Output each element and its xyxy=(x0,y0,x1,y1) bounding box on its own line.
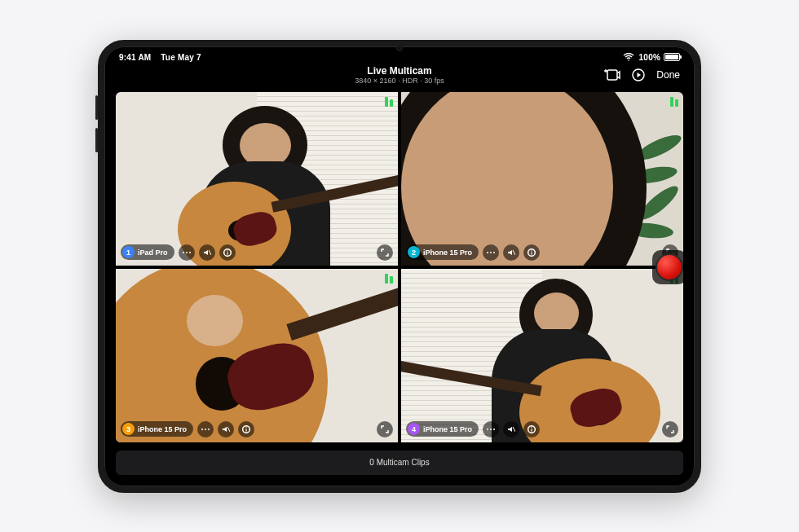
status-right: 100% xyxy=(623,53,680,62)
header-center: Live Multicam 3840 × 2160 · HDR · 30 fps xyxy=(209,65,590,86)
add-camera-button[interactable] xyxy=(604,68,620,81)
status-time: 9:41 AM xyxy=(119,53,151,62)
info-button[interactable] xyxy=(238,421,254,437)
svg-point-5 xyxy=(189,252,191,253)
camera-label-pill[interactable]: 3 iPhone 15 Pro xyxy=(121,421,193,437)
svg-point-18 xyxy=(487,429,488,430)
video-preview xyxy=(401,92,683,266)
mute-button[interactable] xyxy=(218,421,234,437)
video-preview xyxy=(116,92,398,266)
camera-feed-1[interactable]: 1 iPad Pro xyxy=(116,92,398,266)
more-options-button[interactable] xyxy=(483,421,499,437)
camera-label-pill[interactable]: 2 iPhone 15 Pro xyxy=(406,244,479,260)
camera-device-label: iPad Pro xyxy=(138,248,168,257)
svg-point-4 xyxy=(186,252,188,253)
ipad-frame: 9:41 AM Tue May 7 100% Live Multicam 384… xyxy=(98,40,701,493)
battery-percent: 100% xyxy=(639,53,660,62)
audio-level-icon xyxy=(670,97,678,107)
clip-count-label: 0 Multicam Clips xyxy=(369,458,429,467)
camera-feed-3[interactable]: 3 iPhone 15 Pro xyxy=(116,269,398,442)
svg-point-0 xyxy=(628,59,629,61)
svg-point-17 xyxy=(245,427,246,428)
clip-tray[interactable]: 0 Multicam Clips xyxy=(116,451,683,475)
camera-label-pill[interactable]: 1 iPad Pro xyxy=(121,244,174,260)
svg-point-3 xyxy=(183,252,184,253)
camera-number-badge: 4 xyxy=(408,423,420,435)
svg-point-22 xyxy=(531,427,532,428)
camera-device-label: iPhone 15 Pro xyxy=(423,425,472,433)
audio-level-icon xyxy=(385,274,393,284)
record-icon xyxy=(657,255,682,279)
camera-label-pill[interactable]: 4 iPhone 15 Pro xyxy=(406,421,479,437)
camera-feed-4[interactable]: 4 iPhone 15 Pro xyxy=(401,269,683,442)
info-button[interactable] xyxy=(523,244,540,261)
video-preview xyxy=(116,269,398,442)
record-button[interactable] xyxy=(652,250,686,284)
page-subtitle: 3840 × 2160 · HDR · 30 fps xyxy=(209,77,590,86)
play-button[interactable] xyxy=(632,68,645,81)
camera-controls-row: 2 iPhone 15 Pro xyxy=(406,244,540,261)
page-title: Live Multicam xyxy=(209,65,590,77)
done-button[interactable]: Done xyxy=(656,69,680,81)
svg-point-20 xyxy=(493,429,495,430)
svg-point-10 xyxy=(493,252,495,253)
header-right-controls: Done xyxy=(590,68,680,81)
mute-button[interactable] xyxy=(503,421,519,437)
camera-feed-2[interactable]: 2 iPhone 15 Pro xyxy=(401,92,683,266)
info-button[interactable] xyxy=(523,421,540,437)
battery-icon xyxy=(664,53,680,61)
svg-point-9 xyxy=(490,252,492,253)
status-left: 9:41 AM Tue May 7 xyxy=(119,53,201,62)
svg-point-12 xyxy=(531,250,532,251)
svg-point-19 xyxy=(490,429,492,430)
battery-indicator: 100% xyxy=(639,53,680,62)
camera-device-label: iPhone 15 Pro xyxy=(423,248,472,257)
expand-button[interactable] xyxy=(662,421,678,437)
expand-button[interactable] xyxy=(377,421,393,437)
multicam-grid: 1 iPad Pro xyxy=(116,92,683,442)
svg-point-15 xyxy=(208,429,210,430)
mute-button[interactable] xyxy=(503,244,519,261)
more-options-button[interactable] xyxy=(179,244,195,261)
video-preview xyxy=(401,269,683,442)
svg-point-8 xyxy=(487,252,488,253)
audio-level-icon xyxy=(385,97,393,107)
camera-number-badge: 1 xyxy=(122,246,135,258)
info-button[interactable] xyxy=(219,244,236,261)
expand-button[interactable] xyxy=(377,244,393,261)
camera-controls-row: 1 iPad Pro xyxy=(121,244,236,261)
camera-device-label: iPhone 15 Pro xyxy=(138,425,187,433)
camera-number-badge: 3 xyxy=(122,423,135,435)
more-options-button[interactable] xyxy=(197,421,214,437)
wifi-icon xyxy=(623,53,634,61)
camera-number-badge: 2 xyxy=(408,246,420,258)
camera-controls-row: 3 iPhone 15 Pro xyxy=(121,421,254,437)
status-date: Tue May 7 xyxy=(161,53,201,62)
more-options-button[interactable] xyxy=(483,244,499,261)
svg-point-13 xyxy=(201,429,203,430)
app-header: Live Multicam 3840 × 2160 · HDR · 30 fps… xyxy=(104,64,695,92)
svg-point-14 xyxy=(205,429,206,430)
mute-button[interactable] xyxy=(199,244,215,261)
svg-point-7 xyxy=(227,250,227,251)
svg-rect-1 xyxy=(607,70,617,80)
camera-controls-row: 4 iPhone 15 Pro xyxy=(406,421,540,437)
camera-notch xyxy=(396,45,403,51)
